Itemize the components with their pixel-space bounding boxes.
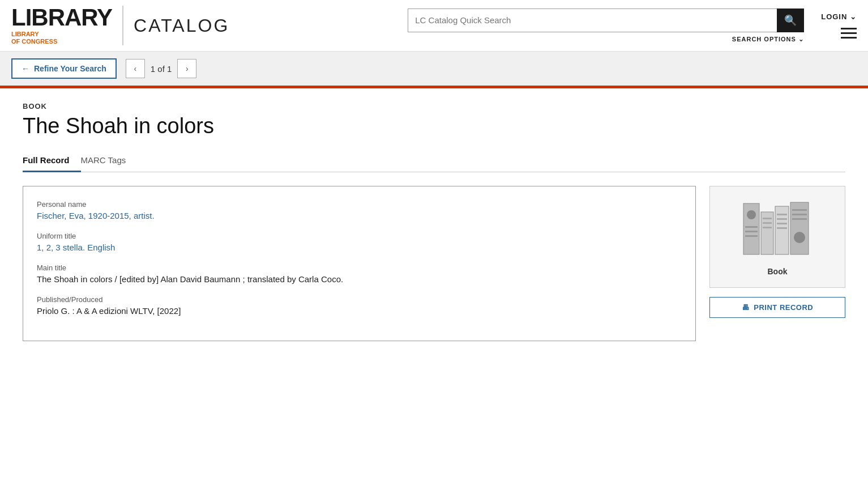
field-uniform-title-label: Uniform title [37, 232, 682, 240]
header-search-area: 🔍 SEARCH OPTIONS ⌄ [252, 9, 804, 43]
record-type: BOOK [23, 102, 845, 111]
site-header: LIBRARY LIBRARY OF CONGRESS CATALOG 🔍 SE… [0, 0, 868, 52]
field-published-value: Priolo G. : A & A edizioni WLTV, [2022] [37, 306, 682, 316]
svg-rect-16 [792, 209, 807, 211]
field-personal-name-value[interactable]: Fischer, Eva, 1920-2015, artist. [37, 211, 682, 220]
record-title: The Shoah in colors [23, 114, 845, 138]
book-thumbnail-label: Book [768, 267, 788, 276]
toolbar: ← Refine Your Search ‹ 1 of 1 › [0, 52, 868, 86]
svg-rect-6 [763, 218, 772, 219]
svg-rect-4 [745, 235, 758, 237]
chevron-right-icon: › [186, 64, 189, 73]
field-personal-name-label: Personal name [37, 200, 682, 209]
svg-rect-10 [777, 214, 787, 215]
field-main-title-value: The Shoah in colors / [edited by] Alan D… [37, 274, 682, 284]
logo-divider [122, 6, 123, 45]
search-row: 🔍 [408, 9, 804, 32]
next-page-button[interactable]: › [177, 59, 196, 78]
logo-subtitle: LIBRARY OF CONGRESS [11, 31, 112, 45]
main-content: BOOK The Shoah in colors Full Record MAR… [0, 88, 868, 355]
print-record-button[interactable]: 🖶 PRINT RECORD [709, 297, 845, 318]
field-uniform-title: Uniform title 1, 2, 3 stella. English [37, 232, 682, 252]
svg-rect-17 [792, 214, 807, 215]
hamburger-line-2 [841, 32, 857, 34]
search-input[interactable] [408, 9, 777, 32]
record-details-panel: Personal name Fischer, Eva, 1920-2015, a… [23, 186, 696, 341]
svg-rect-8 [763, 227, 772, 228]
header-right: LOGIN ⌄ [821, 12, 857, 39]
field-published-label: Published/Produced [37, 295, 682, 304]
logo-area: LIBRARY LIBRARY OF CONGRESS CATALOG [11, 6, 229, 45]
record-tabs: Full Record MARC Tags [23, 150, 845, 172]
login-button[interactable]: LOGIN ⌄ [821, 12, 857, 21]
tab-marc-tags[interactable]: MARC Tags [81, 150, 138, 172]
page-info: 1 of 1 [147, 64, 176, 74]
svg-point-1 [747, 210, 756, 219]
record-sidebar: Book 🖶 PRINT RECORD [709, 186, 845, 341]
tab-full-record[interactable]: Full Record [23, 150, 81, 172]
field-main-title: Main title The Shoah in colors / [edited… [37, 264, 682, 284]
svg-rect-11 [777, 218, 787, 220]
search-options-toggle[interactable]: SEARCH OPTIONS ⌄ [732, 35, 804, 43]
svg-rect-3 [745, 231, 758, 232]
field-published: Published/Produced Priolo G. : A & A edi… [37, 295, 682, 316]
svg-rect-13 [777, 227, 787, 229]
svg-rect-12 [777, 223, 787, 224]
print-icon: 🖶 [742, 303, 750, 312]
book-icon [741, 198, 814, 260]
search-icon: 🔍 [784, 14, 797, 27]
svg-rect-2 [745, 226, 758, 228]
book-thumbnail-box: Book [709, 186, 845, 288]
svg-rect-7 [763, 222, 772, 224]
record-layout: Personal name Fischer, Eva, 1920-2015, a… [23, 186, 845, 341]
catalog-title: CATALOG [134, 15, 229, 36]
field-main-title-label: Main title [37, 264, 682, 272]
chevron-left-icon: ‹ [134, 64, 137, 73]
arrow-left-icon: ← [22, 64, 29, 73]
pagination: ‹ 1 of 1 › [126, 59, 197, 78]
svg-rect-9 [775, 206, 789, 254]
hamburger-line-3 [841, 37, 857, 39]
field-uniform-title-value[interactable]: 1, 2, 3 stella. English [37, 243, 682, 252]
hamburger-menu[interactable] [841, 28, 857, 39]
search-button[interactable]: 🔍 [777, 9, 804, 32]
logo-block: LIBRARY LIBRARY OF CONGRESS [11, 6, 112, 45]
svg-point-15 [794, 232, 805, 243]
logo-library-text: LIBRARY [11, 6, 112, 29]
hamburger-line-1 [841, 28, 857, 29]
field-personal-name: Personal name Fischer, Eva, 1920-2015, a… [37, 200, 682, 220]
refine-search-button[interactable]: ← Refine Your Search [11, 58, 117, 79]
prev-page-button[interactable]: ‹ [126, 59, 145, 78]
svg-rect-18 [792, 218, 807, 220]
